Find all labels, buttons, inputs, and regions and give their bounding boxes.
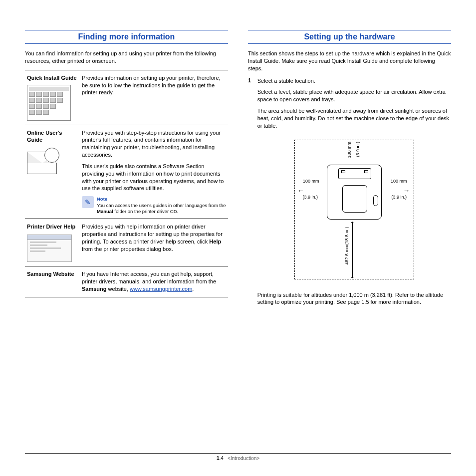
note-title: Note xyxy=(97,196,226,202)
row-desc: Provides information on setting up your … xyxy=(80,70,228,125)
step-1: 1 Select a stable location. Select a lev… xyxy=(248,77,451,310)
step-number: 1 xyxy=(248,77,251,310)
two-column-layout: Finding more information You can find in… xyxy=(25,30,451,314)
row-label: Samsung Website xyxy=(25,266,80,297)
step-title: Select a stable location. xyxy=(257,77,451,85)
row-label: Online User's Guide xyxy=(27,130,62,143)
step-paragraph: Select a level, stable place with adequa… xyxy=(257,88,451,103)
dim-right-mm: 100 mm xyxy=(391,179,407,184)
row-desc-pre: If you have Internet access, you can get… xyxy=(82,271,216,284)
arrow-left-icon xyxy=(297,187,304,195)
page-footer: 1.4 <Introduction> xyxy=(25,453,451,461)
table-row: Printer Driver Help Provides you with he… xyxy=(25,219,228,266)
row-desc-2: This user's guide also contains a Softwa… xyxy=(82,163,226,192)
dim-right-in: (3.9 in.) xyxy=(392,195,407,200)
row-desc-bold: Samsung xyxy=(82,286,107,292)
right-column: Setting up the hardware This section sho… xyxy=(248,30,451,314)
dim-top-in: (3.9 in.) xyxy=(355,142,360,157)
note-text-pre: You can access the user's guides in othe… xyxy=(97,203,226,208)
left-column: Finding more information You can find in… xyxy=(25,30,228,314)
dim-top-mm: 100 mm xyxy=(347,142,352,158)
section-rule xyxy=(248,30,451,30)
section-rule xyxy=(25,30,228,30)
table-row: Samsung Website If you have Internet acc… xyxy=(25,266,228,297)
footer-page: .4 xyxy=(219,456,223,461)
printer-icon xyxy=(327,165,382,220)
note-text-post: folder on the printer driver CD. xyxy=(113,209,178,214)
dim-left-in: (3.9 in.) xyxy=(303,195,318,200)
table-row: Online User's Guide Provides you with st… xyxy=(25,125,228,219)
row-desc: Provides you with step-by-step instructi… xyxy=(82,130,221,158)
section-title-setup-hardware: Setting up the hardware xyxy=(248,32,451,44)
footer-section: <Introduction> xyxy=(228,456,259,461)
left-intro: You can find information for setting up … xyxy=(25,50,228,65)
quick-install-thumbnail xyxy=(27,85,71,121)
row-label: Quick Install Guide xyxy=(27,75,77,81)
driver-help-thumbnail xyxy=(27,235,72,262)
cd-envelope-icon xyxy=(27,148,62,175)
note-block: ✎ Note You can access the user's guides … xyxy=(82,196,226,215)
resources-table: Quick Install Guide Provides information… xyxy=(25,70,228,297)
arrow-right-icon xyxy=(403,187,410,195)
samsung-website-link[interactable]: www.samsungprinter.com xyxy=(130,286,192,292)
note-icon: ✎ xyxy=(82,196,94,208)
right-intro: This section shows the steps to set up t… xyxy=(248,50,451,72)
row-label: Printer Driver Help xyxy=(27,224,75,230)
row-desc-post: website, xyxy=(107,286,130,292)
row-desc-bold: Help xyxy=(209,238,221,244)
row-desc-pre: Provides you with help information on pr… xyxy=(82,224,223,244)
row-desc-period: . xyxy=(192,286,194,292)
table-row: Quick Install Guide Provides information… xyxy=(25,70,228,125)
section-title-finding-info: Finding more information xyxy=(25,32,228,44)
note-text-bold: Manual xyxy=(97,209,113,214)
dim-left-mm: 100 mm xyxy=(303,179,319,184)
arrow-vertical-icon xyxy=(352,222,353,278)
step-paragraph: The area should be well-ventilated and a… xyxy=(257,107,451,130)
step-paragraph: Printing is suitable for altitudes under… xyxy=(257,291,451,306)
dim-front: 482.6 mm(18.8 in.) xyxy=(344,227,349,265)
row-desc-post: from the printer properties dialog box. xyxy=(82,246,173,252)
clearance-diagram: 100 mm (3.9 in.) 100 mm (3.9 in.) xyxy=(269,135,439,284)
